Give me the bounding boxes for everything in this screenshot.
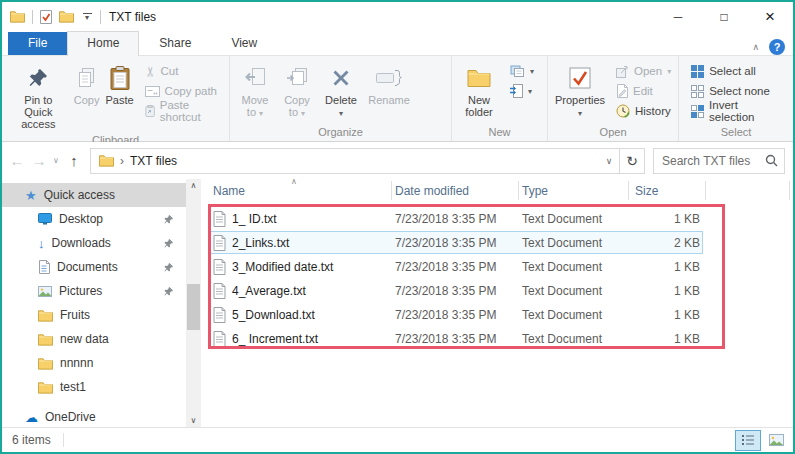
scroll-down-icon[interactable]: ∨ — [186, 416, 201, 425]
search-icon[interactable] — [763, 154, 784, 167]
rename-label: Rename — [368, 94, 410, 106]
paste-shortcut-label: Paste shortcut — [160, 99, 222, 123]
copy-button[interactable]: Copy — [71, 60, 103, 108]
column-header-date-modified[interactable]: Date modified — [395, 184, 469, 198]
sidebar-item-onedrive[interactable]: ☁ OneDrive — [2, 405, 186, 427]
open-caret-icon: ▾ — [667, 68, 671, 75]
sidebar-item-nnnnn[interactable]: nnnnn — [2, 351, 186, 375]
edit-button[interactable]: Edit — [613, 81, 674, 101]
column-separator[interactable] — [789, 181, 790, 200]
file-row-3[interactable]: 3_Modified date.txt 7/23/2018 3:35 PM Te… — [201, 255, 793, 279]
column-header-name[interactable]: Name — [213, 184, 245, 198]
file-size: 2 KB — [626, 236, 700, 250]
file-list-pane: ∧ Name Date modified Type Size 1_ ID.txt… — [201, 179, 793, 427]
recent-locations-icon[interactable]: ∨ — [50, 156, 62, 165]
rename-icon — [375, 62, 403, 94]
items-count: 6 items — [2, 433, 51, 447]
copy-path-button[interactable]: Copy path — [142, 81, 225, 101]
minimize-button[interactable]: ─ — [655, 2, 701, 31]
file-row-5[interactable]: 5_Download.txt 7/23/2018 3:35 PM Text Do… — [201, 303, 793, 327]
file-row-4[interactable]: 4_Average.txt 7/23/2018 3:35 PM Text Doc… — [201, 279, 793, 303]
file-type: Text Document — [522, 260, 602, 274]
pin-icon — [163, 262, 174, 273]
sidebar-label: Fruits — [60, 308, 90, 322]
sidebar-item-downloads[interactable]: ↓ Downloads — [2, 231, 186, 255]
file-row-2[interactable]: 2_Links.txt 7/23/2018 3:35 PM Text Docum… — [201, 231, 793, 255]
tab-home[interactable]: Home — [67, 31, 139, 56]
search-box — [653, 148, 785, 174]
new-folder-button[interactable]: New folder — [456, 60, 502, 120]
sidebar-item-new-data[interactable]: new data — [2, 327, 186, 351]
explorer-folder-icon[interactable] — [10, 10, 25, 23]
open-button[interactable]: Open ▾ — [613, 61, 674, 81]
column-separator[interactable] — [518, 181, 519, 200]
copy-to-button[interactable]: Copy to ▾ — [276, 60, 318, 120]
text-file-icon — [213, 307, 226, 323]
up-button[interactable]: ↑ — [62, 152, 86, 169]
delete-button[interactable]: Delete▾ — [318, 60, 364, 120]
sidebar-scrollbar[interactable]: ∧ ∨ — [186, 179, 201, 427]
main-content: ★ Quick access Desktop ↓ Downloads Docum… — [2, 179, 793, 427]
breadcrumb[interactable]: › TXT files — [91, 149, 185, 173]
rename-button[interactable]: Rename — [364, 60, 414, 108]
history-button[interactable]: History — [613, 101, 674, 121]
sidebar-label: test1 — [60, 380, 86, 394]
easy-access-button[interactable]: ▾ — [507, 81, 537, 101]
folder-icon — [38, 309, 53, 322]
help-icon[interactable]: ? — [769, 39, 785, 55]
back-button[interactable]: ← — [6, 152, 28, 169]
scrollbar-thumb[interactable] — [187, 284, 200, 330]
properties-button[interactable]: Properties▾ — [552, 60, 608, 120]
column-header-size[interactable]: Size — [635, 184, 658, 198]
search-input[interactable] — [654, 154, 763, 168]
tab-view[interactable]: View — [211, 32, 277, 55]
collapse-ribbon-icon[interactable]: ∧ — [752, 42, 759, 52]
column-separator[interactable] — [391, 181, 392, 200]
sidebar-item-test1[interactable]: test1 — [2, 375, 186, 399]
sidebar-item-pictures[interactable]: Pictures — [2, 279, 186, 303]
sidebar-item-documents[interactable]: Documents — [2, 255, 186, 279]
file-row-6[interactable]: 6_ Increment.txt 7/23/2018 3:35 PM Text … — [201, 327, 793, 351]
column-separator[interactable] — [628, 181, 629, 200]
tab-share[interactable]: Share — [139, 32, 211, 55]
file-name: 6_ Increment.txt — [232, 332, 318, 346]
explorer-window: ▾ TXT files ─ □ × File Home Share View ∧… — [0, 0, 795, 454]
thumbnail-view-button[interactable] — [763, 430, 789, 451]
qat-customize-dropdown-icon[interactable]: ▾ — [81, 13, 93, 21]
address-box[interactable]: › TXT files ∨ ↻ — [90, 148, 645, 174]
history-icon — [616, 104, 630, 118]
close-button[interactable]: × — [747, 2, 793, 31]
tab-file[interactable]: File — [8, 32, 67, 55]
invert-selection-button[interactable]: Invert selection — [688, 101, 789, 121]
properties-qat-icon[interactable] — [40, 10, 52, 24]
column-separator[interactable] — [705, 181, 706, 200]
select-none-button[interactable]: Select none — [688, 81, 789, 101]
refresh-button[interactable]: ↻ — [620, 149, 644, 173]
maximize-button[interactable]: □ — [701, 2, 747, 31]
sidebar-item-desktop[interactable]: Desktop — [2, 207, 186, 231]
file-date: 7/23/2018 3:35 PM — [395, 236, 496, 250]
pin-to-quick-access-button[interactable]: Pin to Quick access — [6, 60, 71, 132]
new-folder-qat-icon[interactable] — [59, 10, 74, 23]
move-to-button[interactable]: Move to ▾ — [234, 60, 276, 120]
column-header-type[interactable]: Type — [522, 184, 548, 198]
file-row-1[interactable]: 1_ ID.txt 7/23/2018 3:35 PM Text Documen… — [201, 207, 793, 231]
pin-icon — [163, 214, 174, 225]
address-dropdown-icon[interactable]: ∨ — [599, 156, 619, 166]
paste-button[interactable]: Paste — [102, 60, 136, 108]
scroll-up-icon[interactable]: ∧ — [186, 181, 201, 190]
cut-button[interactable]: ✂ Cut — [142, 61, 225, 81]
sidebar-item-fruits[interactable]: Fruits — [2, 303, 186, 327]
forward-button[interactable]: → — [28, 152, 50, 169]
breadcrumb-arrow-icon[interactable]: › — [120, 154, 124, 168]
select-all-button[interactable]: Select all — [688, 61, 789, 81]
breadcrumb-folder-name[interactable]: TXT files — [130, 154, 177, 168]
details-view-icon — [741, 434, 755, 446]
new-item-button[interactable]: ▾ — [507, 61, 537, 81]
new-small-buttons: ▾ ▾ — [507, 60, 537, 101]
sidebar-item-quick-access[interactable]: ★ Quick access — [2, 183, 186, 207]
move-to-label: Move to ▾ — [237, 94, 273, 118]
file-date: 7/23/2018 3:35 PM — [395, 212, 496, 226]
details-view-button[interactable] — [735, 430, 761, 451]
paste-shortcut-button[interactable]: Paste shortcut — [142, 101, 225, 121]
